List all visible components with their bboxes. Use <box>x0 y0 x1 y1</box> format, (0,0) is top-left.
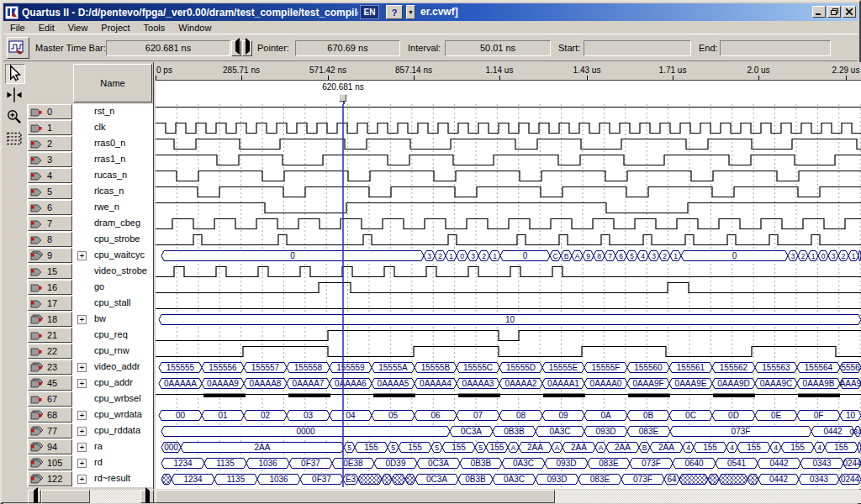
time-bar-tool-button[interactable] <box>5 86 25 106</box>
signal-row-rd~result[interactable]: 122+rd~result <box>27 471 153 487</box>
signal-row-clk[interactable]: 1clk <box>27 120 153 136</box>
signal-row-cpu_wrdata[interactable]: 68+cpu_wrdata <box>27 407 153 423</box>
signal-row-dram_cbeg[interactable]: 7dram_cbeg <box>27 216 153 232</box>
svg-text:4: 4 <box>730 444 734 452</box>
expander-icon[interactable]: + <box>77 459 87 468</box>
signal-id-cell[interactable]: 21 <box>28 328 72 343</box>
signal-id-cell[interactable]: 18 <box>28 312 72 327</box>
signal-row-cpu_wrbsel[interactable]: 67cpu_wrbsel <box>27 391 153 407</box>
signal-row-cpu_waitcyc[interactable]: 9+cpu_waitcyc <box>27 248 153 264</box>
menu-item-file[interactable]: File <box>3 22 32 34</box>
signal-id-cell[interactable]: 2 <box>28 136 72 151</box>
signal-row-cpu_addr[interactable]: 45+cpu_addr <box>27 375 153 391</box>
signal-row-rst_n[interactable]: 0rst_n <box>27 104 153 120</box>
waveform-panel[interactable]: 0 ps285.71 ns571.42 ns857.14 ns1.14 us1.… <box>156 62 861 489</box>
signal-id-cell[interactable]: 7 <box>28 216 72 231</box>
svg-text:15555E: 15555E <box>549 363 578 372</box>
signal-id-cell[interactable]: 3 <box>28 152 72 167</box>
menu-item-view[interactable]: View <box>61 22 95 34</box>
restore-button[interactable] <box>827 6 841 18</box>
signal-id-cell[interactable]: 0 <box>28 104 72 119</box>
signal-id-cell[interactable]: 1 <box>28 120 72 135</box>
master-cursor-band[interactable]: 620.681 ns <box>156 81 861 104</box>
selection-tool-button[interactable] <box>5 64 25 84</box>
signal-row-video_strobe[interactable]: 15video_strobe <box>27 264 153 280</box>
menu-item-tools[interactable]: Tools <box>137 22 172 34</box>
waveform-editor-tool-button[interactable] <box>7 37 29 59</box>
end-field[interactable] <box>720 40 831 56</box>
scroll-left-button[interactable] <box>28 490 41 503</box>
signal-row-bw[interactable]: 18+bw <box>27 312 153 328</box>
menu-item-window[interactable]: Window <box>172 22 218 34</box>
signal-row-ra[interactable]: 94+ra <box>27 439 153 455</box>
signal-id-cell[interactable]: 8 <box>28 232 72 247</box>
expander-icon[interactable]: + <box>77 251 87 260</box>
svg-text:155563: 155563 <box>762 363 790 372</box>
signal-id-cell[interactable]: 77 <box>28 423 72 438</box>
zoom-tool-button[interactable] <box>5 108 25 128</box>
minimize-button[interactable] <box>812 6 826 18</box>
signal-id-cell[interactable]: 17 <box>28 296 72 311</box>
signal-id-cell[interactable]: 6 <box>28 200 72 215</box>
menu-item-edit[interactable]: Edit <box>32 22 61 34</box>
name-scroll-thumb[interactable] <box>41 490 90 503</box>
signal-id-cell[interactable]: 4 <box>28 168 72 183</box>
master-spin-right[interactable] <box>242 40 252 56</box>
signal-number: 18 <box>47 314 57 324</box>
signal-row-rras1_n[interactable]: 3rras1_n <box>27 152 153 168</box>
master-cursor-handle[interactable] <box>339 94 346 102</box>
signal-row-video_addr[interactable]: 23+video_addr <box>27 360 153 375</box>
signal-row-rras0_n[interactable]: 2rras0_n <box>27 136 153 152</box>
waveform-canvas[interactable]: 032103210CBA9876543210321032110155555155… <box>156 104 861 487</box>
master-time-bar-field[interactable]: 620.681 ns <box>106 40 230 56</box>
expander-icon[interactable]: + <box>77 427 87 436</box>
signal-id-cell[interactable]: 68 <box>28 407 72 423</box>
signal-id-cell[interactable]: 22 <box>28 344 72 359</box>
signal-row-cpu_stall[interactable]: 17cpu_stall <box>27 296 153 312</box>
waveform-hscrollbar[interactable] <box>156 490 861 503</box>
svg-text:155: 155 <box>747 443 761 452</box>
expander-icon[interactable]: + <box>77 443 87 452</box>
signal-row-rd[interactable]: 105+rd <box>27 455 153 471</box>
scroll-right-button[interactable] <box>140 490 154 503</box>
expander-icon[interactable]: + <box>77 315 87 324</box>
start-field[interactable] <box>584 40 691 56</box>
svg-text:0E38: 0E38 <box>343 459 363 468</box>
signal-row-go[interactable]: 16go <box>27 280 153 296</box>
signal-row-cpu_rnw[interactable]: 22cpu_rnw <box>27 344 153 360</box>
wave-scroll-thumb[interactable] <box>156 490 555 503</box>
signal-row-cpu_rddata[interactable]: 77+cpu_rddata <box>27 423 153 439</box>
menu-item-project[interactable]: Project <box>94 22 136 34</box>
signal-row-rlcas_n[interactable]: 5rlcas_n <box>27 184 153 200</box>
full-view-tool-button[interactable] <box>5 129 25 150</box>
expander-icon[interactable]: + <box>77 411 87 420</box>
signal-id-cell[interactable]: 23 <box>28 360 72 375</box>
signal-id-cell[interactable]: 94 <box>28 439 72 454</box>
time-axis-header[interactable]: 0 ps285.71 ns571.42 ns857.14 ns1.14 us1.… <box>156 62 861 81</box>
title-bar[interactable]: Quartus II - D:/d/pentevo/fpga/_ver0.00/… <box>3 3 858 21</box>
close-button[interactable] <box>843 6 856 18</box>
time-tick-mark <box>328 76 329 80</box>
language-bar-options-icon[interactable]: ▾ <box>406 5 415 19</box>
signal-id-cell[interactable]: 15 <box>28 264 72 279</box>
signal-row-rwe_n[interactable]: 6rwe_n <box>27 200 153 216</box>
signal-id-cell[interactable]: 122 <box>28 471 72 486</box>
signal-id-cell[interactable]: 67 <box>28 391 72 407</box>
signal-id-cell[interactable]: 9 <box>28 248 72 263</box>
expander-icon[interactable]: + <box>77 363 87 372</box>
expander-icon[interactable]: + <box>77 379 87 388</box>
signal-row-cpu_req[interactable]: 21cpu_req <box>27 328 153 344</box>
name-panel-hscrollbar[interactable] <box>28 490 154 503</box>
expander-icon[interactable]: + <box>77 475 87 484</box>
signal-id-cell[interactable]: 105 <box>28 455 72 470</box>
master-spin-left[interactable] <box>231 40 241 56</box>
help-icon[interactable]: ? <box>386 5 403 19</box>
signal-id-cell[interactable]: 5 <box>28 184 72 199</box>
signal-id-cell[interactable]: 45 <box>28 375 72 391</box>
svg-text:3: 3 <box>427 252 431 260</box>
signal-row-rucas_n[interactable]: 4rucas_n <box>27 168 153 184</box>
svg-text:0AAAA2: 0AAAA2 <box>505 379 537 388</box>
svg-text:0AAA9C: 0AAA9C <box>760 379 792 388</box>
signal-row-cpu_strobe[interactable]: 8cpu_strobe <box>27 232 153 248</box>
signal-id-cell[interactable]: 16 <box>28 280 72 295</box>
